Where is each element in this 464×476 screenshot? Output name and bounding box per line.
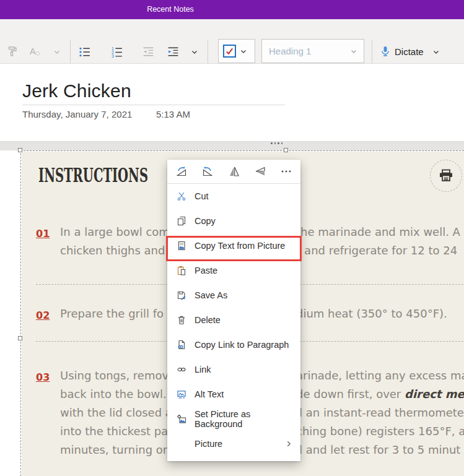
menu-item-set-picture-as-background[interactable]: Set Picture as Background bbox=[167, 407, 300, 431]
menu-item-save-as[interactable]: Save As bbox=[167, 283, 300, 308]
menu-item-label: Save As bbox=[195, 290, 227, 300]
step-number: 03 bbox=[36, 371, 50, 383]
copy-text-from-picture-icon bbox=[176, 241, 186, 251]
selection-border-left bbox=[20, 150, 21, 476]
recipe-text-line: r and refrigerate for 12 to 24 bbox=[296, 244, 457, 257]
page-time: 5:13 AM bbox=[156, 109, 190, 119]
resize-handle-left-middle[interactable] bbox=[18, 336, 22, 340]
link-icon bbox=[176, 365, 186, 375]
recipe-text-line: Prepare the grill fo bbox=[60, 307, 164, 320]
recipe-text-line: arinade, letting any excess ma bbox=[296, 369, 464, 382]
style-selector-value: Heading 1 bbox=[269, 46, 311, 56]
svg-text:A: A bbox=[30, 46, 36, 56]
menu-item-label: Paste bbox=[195, 266, 217, 275]
menu-item-label: Copy Link to Paragraph bbox=[195, 340, 289, 350]
recipe-text-line: into the thickest pa bbox=[60, 425, 168, 438]
save-as-icon bbox=[176, 290, 186, 301]
page-date: Thursday, January 7, 2021 bbox=[22, 109, 132, 119]
menu-item-link[interactable]: Link bbox=[167, 357, 300, 382]
recipe-text-line: ll and let rest for 3 to 5 minut bbox=[296, 443, 460, 456]
selection-border-top bbox=[20, 150, 464, 151]
flip-vertical-icon[interactable] bbox=[253, 165, 267, 178]
svg-text:3: 3 bbox=[112, 54, 114, 58]
menu-item-label: Delete bbox=[195, 315, 221, 325]
menu-item-copy-link-to-paragraph[interactable]: Copy Link to Paragraph bbox=[167, 332, 300, 357]
menu-item-label: Link bbox=[195, 365, 211, 374]
menu-item-label: Set Picture as Background bbox=[195, 409, 300, 429]
canvas-edge-band bbox=[0, 141, 464, 150]
page-title[interactable]: Jerk Chicken bbox=[22, 80, 131, 102]
recipe-text-line: dium heat (350° to 450°F). bbox=[296, 307, 447, 320]
resize-handle-top-middle[interactable] bbox=[284, 148, 288, 152]
decrease-indent-icon[interactable] bbox=[141, 45, 155, 58]
list-options-chevron-icon[interactable] bbox=[190, 48, 198, 56]
paste-icon bbox=[176, 266, 186, 276]
picture-context-menu: Cut Copy Copy Text from Picture Paste Sa… bbox=[167, 160, 300, 461]
onenote-window: Recent Notes A 1 2 bbox=[0, 0, 464, 476]
title-bar: Recent Notes bbox=[0, 0, 464, 19]
recipe-text-line: chicken thighs and bbox=[60, 244, 165, 257]
dictate-microphone-icon[interactable] bbox=[379, 45, 392, 58]
flip-horizontal-icon[interactable] bbox=[227, 165, 241, 178]
menu-item-delete[interactable]: Delete bbox=[167, 308, 300, 332]
menu-item-paste[interactable]: Paste bbox=[167, 258, 300, 283]
menu-item-label: Copy bbox=[195, 216, 216, 226]
recent-notes-title: Recent Notes bbox=[124, 0, 217, 19]
recipe-text-line: the marinade and mix well. A bbox=[296, 225, 460, 238]
increase-indent-icon[interactable] bbox=[166, 45, 180, 58]
toolbar-divider bbox=[372, 40, 372, 63]
dictate-chevron-icon[interactable] bbox=[432, 48, 440, 56]
bullet-list-icon[interactable] bbox=[77, 45, 91, 58]
delete-icon bbox=[176, 315, 186, 326]
recipe-text-line: minutes, turning on bbox=[60, 443, 170, 456]
toolbar-divider bbox=[70, 40, 71, 63]
recipe-text-line: In a large bowl com bbox=[60, 225, 170, 238]
title-underline bbox=[22, 105, 285, 105]
toolbar-divider bbox=[208, 40, 208, 63]
more-options-icon[interactable] bbox=[279, 165, 293, 178]
set-picture-as-background-icon bbox=[176, 414, 186, 425]
print-button[interactable] bbox=[430, 160, 462, 192]
todo-tag-control[interactable] bbox=[218, 39, 255, 63]
copy-icon bbox=[176, 216, 186, 227]
resize-handle-top-left[interactable] bbox=[18, 148, 22, 152]
recipe-heading: INSTRUCTIONS bbox=[38, 164, 148, 186]
image-move-handle-icon[interactable] bbox=[271, 142, 282, 144]
recipe-text-line: il an instant-read thermomete bbox=[296, 406, 464, 419]
step-number: 01 bbox=[36, 228, 50, 240]
recipe-text-line: ching bone) registers 165°F, a bbox=[296, 425, 464, 438]
context-menu-quick-actions bbox=[167, 160, 300, 183]
alt-text-icon bbox=[176, 389, 186, 400]
step-number: 02 bbox=[36, 309, 50, 321]
cut-icon bbox=[176, 191, 186, 202]
menu-item-label: Copy Text from Picture bbox=[195, 241, 285, 251]
rotate-left-icon[interactable] bbox=[201, 165, 214, 178]
todo-checkbox-icon[interactable] bbox=[223, 45, 236, 58]
menu-item-label: Alt Text bbox=[195, 389, 224, 399]
dictate-label: Dictate bbox=[395, 46, 424, 57]
recipe-text-line: with the lid closed a bbox=[60, 406, 172, 419]
recipe-text-line: back into the bowl. bbox=[60, 387, 167, 400]
recipe-text-line: Using tongs, remov bbox=[60, 369, 169, 382]
todo-tag-chevron-icon[interactable] bbox=[240, 48, 247, 55]
format-painter-icon[interactable] bbox=[5, 45, 19, 58]
numbered-list-icon[interactable]: 1 2 3 bbox=[110, 45, 123, 58]
clear-formatting-icon[interactable]: A bbox=[28, 45, 42, 58]
menu-item-label: Picture bbox=[195, 439, 222, 449]
copy-link-to-paragraph-icon bbox=[176, 340, 186, 350]
style-selector[interactable]: Heading 1 bbox=[261, 39, 364, 63]
dictate-button[interactable]: Dictate bbox=[395, 45, 424, 58]
menu-item-cut[interactable]: Cut bbox=[167, 184, 300, 209]
style-selector-chevron-icon bbox=[350, 48, 357, 55]
submenu-chevron-right-icon bbox=[284, 439, 293, 448]
rotate-right-icon[interactable] bbox=[175, 165, 188, 178]
recipe-text-line: de down first, over direct med bbox=[296, 387, 464, 400]
printer-icon bbox=[438, 168, 454, 184]
menu-item-copy-text-from-picture[interactable]: Copy Text from Picture bbox=[167, 233, 300, 258]
menu-item-alt-text[interactable]: Alt Text bbox=[167, 382, 300, 407]
font-options-chevron-icon[interactable] bbox=[53, 48, 61, 56]
menu-item-picture[interactable]: Picture bbox=[167, 431, 300, 456]
menu-item-copy[interactable]: Copy bbox=[167, 209, 300, 233]
menu-item-label: Cut bbox=[195, 191, 209, 201]
ribbon-toolbar: A 1 2 3 bbox=[0, 19, 464, 64]
